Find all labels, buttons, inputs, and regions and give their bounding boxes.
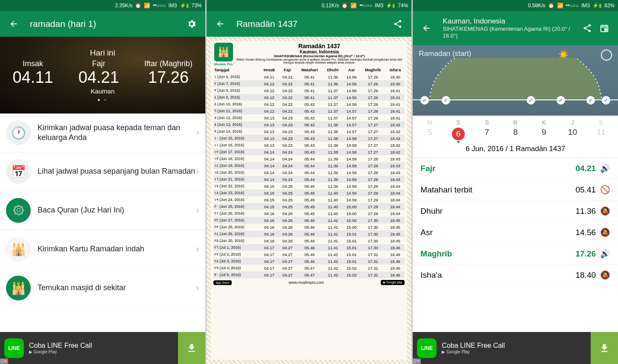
prayer-row[interactable]: Matahari terbit 05.41 🚫 [413, 179, 618, 201]
menu-item[interactable]: ۞ Baca Quran (Juz Hari Ini) › [0, 191, 205, 230]
week-day[interactable]: S11 [587, 119, 615, 140]
notification-icon[interactable]: 🔕 [600, 227, 610, 237]
fajr-label: Fajr [79, 59, 119, 68]
table-row: ٧ (Jun 12, 2016)04.1304.2305.4211.3714.5… [213, 114, 405, 121]
table-row: ٣ (Jun 8, 2016)04.1204.2205.4111.3714.56… [213, 87, 405, 94]
table-row: ٢٨ (Jul 3, 2016)04.1704.2705.4611.4215.0… [213, 258, 405, 265]
table-row: ٨ (Jun 13, 2016)04.1304.2305.4211.3814.5… [213, 121, 405, 128]
page-title: ramadan (hari 1) [30, 19, 183, 29]
menu-item[interactable]: 🕐 Kirimkan jadwal puasa kepada teman dan… [0, 114, 205, 152]
settings-button[interactable] [183, 15, 200, 32]
weekday-label: K [530, 119, 558, 126]
calc-method: SIHAT/KEMENAG (Kementerian Agama RI) (20… [443, 26, 579, 39]
share-button[interactable] [389, 15, 406, 32]
table-row: ٤ (Jun 9, 2016)04.1204.2205.4111.3714.56… [213, 94, 405, 101]
menu-item-label: Lihat jadwal puasa sepanjang bulan Ramad… [38, 166, 196, 176]
prayer-row[interactable]: Fajr 04.21 🔊 [413, 158, 618, 179]
prayer-name: Maghrib [420, 249, 575, 259]
prayer-name: Fajr [420, 164, 575, 173]
prayer-name: Dhuhr [420, 207, 575, 216]
notification-icon[interactable]: 🔕 [600, 206, 610, 216]
notification-icon[interactable]: 🚫 [600, 185, 610, 195]
prayer-time: 04.21 [575, 164, 596, 173]
timetable-page[interactable]: 🕌 Muslim Pro Ramadān 1437 Kauman, Indone… [207, 37, 412, 364]
wifi-icon: 📶 [350, 3, 357, 9]
col-header: Fajr [279, 66, 297, 73]
prayer-checkmarks: ✓ ✓ ✓ ✓ ✓ ✓ [413, 96, 618, 105]
ad-store: ▶ Google Play [442, 349, 591, 354]
ad-banner[interactable]: LINE Coba LINE Free Call ▶ Google Play ⓘ… [413, 332, 618, 364]
col-header: Maghrib [360, 66, 386, 73]
check-icon: ✓ [442, 96, 450, 105]
notification-icon[interactable]: 🔊 [600, 163, 610, 173]
app-logo: 🕌 Muslim Pro [213, 43, 234, 66]
menu-item[interactable]: 🕌 Temukan masjid di sekitar › [0, 269, 205, 308]
line-app-icon: LINE [4, 338, 24, 358]
table-row: ٢ (Jun 7, 2016)04.1204.2205.4111.3614.56… [213, 80, 405, 87]
alarm-icon: ⏰ [341, 3, 348, 9]
back-button[interactable] [418, 20, 435, 37]
signal-icon: ••○○○ [359, 3, 372, 9]
page-indicator: ● ○ [0, 97, 205, 102]
table-row: ١٧ (Jun 22, 2016)04.1504.2505.4511.3914.… [213, 183, 405, 189]
ad-banner[interactable]: LINE Coba LINE Free Call ▶ Google Play ⓘ… [0, 332, 205, 364]
clock-icon: 🕐 [6, 120, 31, 145]
chevron-right-icon: › [196, 205, 199, 216]
chevron-right-icon: › [196, 244, 199, 255]
week-day[interactable]: S7 [472, 119, 501, 140]
week-strip[interactable]: M5S6S7R8K9J10S11 [413, 116, 618, 141]
day-number: 7 [472, 128, 501, 137]
table-row: ١٥ (Jun 20, 2016)04.1404.2405.4411.3914.… [213, 169, 405, 176]
prayer-row[interactable]: Asr 14.56 🔕 [413, 222, 618, 243]
weekday-label: S [587, 119, 615, 126]
col-header: Tanggal [213, 66, 260, 73]
fajr-time: 04.21 [79, 68, 119, 87]
hero-today-label: Hari ini [0, 48, 205, 58]
menu-item[interactable]: 🕌 Kirimkan Kartu Ramadan indah › [0, 230, 205, 269]
prayer-row[interactable]: Isha'a 18.40 🔕 [413, 265, 618, 286]
weekday-label: J [558, 119, 587, 126]
ad-download-button[interactable] [178, 332, 205, 364]
check-icon: ✓ [602, 96, 610, 105]
week-day[interactable]: S6 [444, 119, 472, 140]
week-day[interactable]: R8 [501, 119, 530, 140]
day-number: 5 [415, 128, 444, 137]
imsak-label: Imsak [13, 59, 53, 68]
prayer-row[interactable]: Maghrib 17.26 🔊 [413, 243, 618, 265]
col-header: Dhuhr [323, 66, 343, 73]
weekday-label: M [415, 119, 444, 126]
mosque-icon: 🕌 [6, 276, 31, 300]
signal-icon: ••○○○ [566, 3, 579, 9]
prayer-time: 11.36 [575, 207, 596, 216]
notification-icon[interactable]: 🔊 [600, 249, 610, 259]
calendar-button[interactable] [596, 20, 613, 37]
hero-banner[interactable]: Hari ini Imsak04.11 Fajr04.21 Iftar (Mag… [0, 37, 205, 114]
ad-text: Coba LINE Free Call [29, 342, 178, 349]
appstore-badge[interactable]: App Store [213, 280, 232, 285]
carrier: IM3 [169, 3, 177, 9]
googleplay-badge[interactable]: ▶ Google play [381, 280, 405, 285]
battery-icon: ⚡▮ [180, 3, 189, 9]
battery-pct: 73% [192, 3, 202, 9]
back-button[interactable] [5, 15, 22, 32]
week-day[interactable]: M5 [415, 119, 444, 140]
ad-download-button[interactable] [591, 332, 618, 364]
share-button[interactable] [579, 20, 596, 37]
hero-location: Kauman [0, 87, 205, 95]
menu-item[interactable]: 📅 Lihat jadwal puasa sepanjang bulan Ram… [0, 152, 205, 191]
menu-item-label: Kirimkan jadwal puasa kepada teman dan k… [38, 123, 196, 143]
week-day[interactable]: K9 [530, 119, 558, 140]
calendar-icon: 📅 [6, 159, 31, 184]
back-button[interactable] [212, 15, 229, 32]
table-row: ١٢ (Jun 17, 2016)04.1404.2405.4311.3814.… [213, 149, 405, 155]
week-day[interactable]: J10 [558, 119, 587, 140]
prayer-row[interactable]: Dhuhr 11.36 🔕 [413, 201, 618, 222]
table-row: ١١ (Jun 16, 2016)04.1304.2305.4311.3814.… [213, 142, 405, 149]
battery-icon: ⚡▮ [592, 3, 602, 9]
timetable-footer: App Store www.muslimpro.com ▶ Google pla… [213, 278, 405, 285]
quran-icon: ۞ [6, 198, 31, 223]
app-bar: Ramadān 1437 [207, 11, 412, 37]
sun-arc-panel[interactable]: Ramadan (start) ☀️ ✓ ✓ ✓ ✓ ✓ ✓ [413, 45, 618, 116]
notification-icon[interactable]: 🔕 [600, 270, 610, 280]
battery-icon: ⚡▮ [386, 3, 395, 9]
